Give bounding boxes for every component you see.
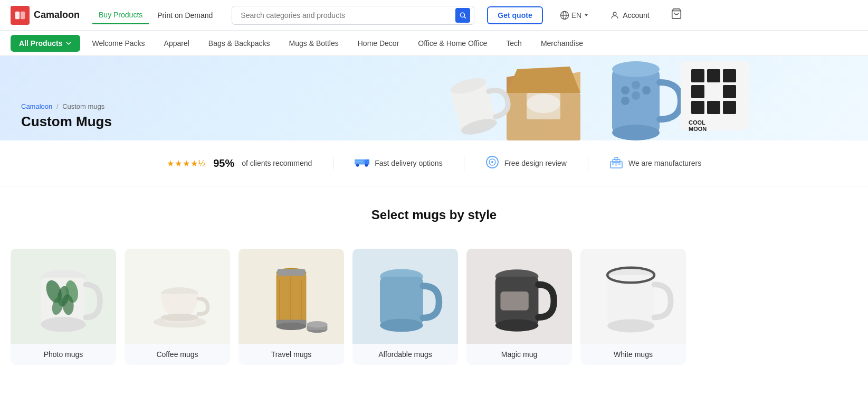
all-products-label: All Products bbox=[19, 39, 62, 48]
svg-point-45 bbox=[491, 161, 493, 163]
svg-point-41 bbox=[365, 164, 368, 167]
subnav-home-decor[interactable]: Home Decor bbox=[350, 35, 407, 52]
subnav-apparel[interactable]: Apparel bbox=[157, 35, 197, 52]
svg-point-19 bbox=[612, 61, 660, 77]
svg-point-54 bbox=[41, 317, 85, 332]
rating-percent: 95% bbox=[213, 157, 234, 170]
svg-line-3 bbox=[464, 16, 466, 18]
product-card-photo-mugs[interactable]: Photo mugs bbox=[11, 249, 116, 365]
search-button[interactable] bbox=[455, 8, 470, 23]
product-card-affordable-mugs[interactable]: Affordable mugs bbox=[352, 249, 458, 365]
svg-rect-0 bbox=[15, 11, 20, 19]
account-label: Account bbox=[623, 11, 650, 20]
svg-point-2 bbox=[461, 13, 465, 17]
svg-rect-78 bbox=[380, 277, 423, 325]
subnav-office[interactable]: Office & Home Office bbox=[411, 35, 494, 52]
language-selector[interactable]: EN bbox=[556, 7, 593, 23]
stars: ★★★★½ bbox=[167, 158, 206, 168]
nav-links: Buy Products Print on Demand bbox=[92, 6, 219, 24]
product-label-coffee-mugs: Coffee mugs bbox=[125, 344, 230, 365]
svg-point-21 bbox=[621, 86, 629, 95]
subnav: All Products Welcome Packs Apparel Bags … bbox=[0, 31, 868, 56]
cart-button[interactable] bbox=[666, 5, 686, 25]
trust-manufacturer: We are manufacturers bbox=[588, 155, 722, 171]
svg-rect-38 bbox=[355, 159, 364, 165]
svg-point-82 bbox=[495, 319, 539, 332]
rating-text: of clients recommend bbox=[242, 159, 312, 167]
product-card-travel-mugs[interactable]: Travel mugs bbox=[239, 249, 344, 365]
svg-rect-83 bbox=[500, 291, 528, 311]
svg-text:MOON: MOON bbox=[689, 126, 707, 132]
svg-text:COOL: COOL bbox=[689, 119, 705, 126]
svg-rect-32 bbox=[723, 85, 736, 98]
design-icon bbox=[485, 155, 499, 171]
product-img-coffee-mugs bbox=[125, 249, 230, 344]
svg-rect-34 bbox=[707, 101, 720, 114]
subnav-mugs[interactable]: Mugs & Bottles bbox=[282, 35, 346, 52]
navbar: Camaloon Buy Products Print on Demand Ge… bbox=[0, 0, 868, 31]
chevron-down-icon bbox=[584, 13, 589, 18]
svg-point-24 bbox=[632, 91, 640, 100]
svg-rect-18 bbox=[612, 69, 660, 133]
svg-rect-50 bbox=[618, 163, 621, 165]
breadcrumb-current: Custom mugs bbox=[62, 102, 104, 110]
product-img-white-mugs bbox=[580, 249, 686, 344]
print-on-demand-link[interactable]: Print on Demand bbox=[151, 7, 219, 24]
svg-point-86 bbox=[607, 319, 654, 333]
product-card-magic-mug[interactable]: Magic mug bbox=[466, 249, 572, 365]
subnav-bags[interactable]: Bags & Backpacks bbox=[201, 35, 278, 52]
search-bar bbox=[232, 6, 474, 25]
svg-rect-28 bbox=[707, 69, 720, 82]
product-label-affordable-mugs: Affordable mugs bbox=[352, 344, 458, 365]
language-label: EN bbox=[571, 11, 581, 20]
product-img-travel-mugs bbox=[239, 249, 344, 344]
svg-point-72 bbox=[276, 323, 307, 330]
trust-bar: ★★★★½ 95% of clients recommend Fast deli… bbox=[0, 140, 868, 186]
svg-rect-51 bbox=[615, 163, 617, 166]
product-label-photo-mugs: Photo mugs bbox=[11, 344, 116, 365]
chevron-down-small-icon bbox=[65, 40, 72, 46]
account-area[interactable]: Account bbox=[606, 7, 654, 23]
svg-point-20 bbox=[612, 125, 660, 140]
product-img-photo-mugs bbox=[11, 249, 116, 344]
buy-products-link[interactable]: Buy Products bbox=[92, 6, 149, 24]
account-icon bbox=[610, 11, 619, 20]
product-label-travel-mugs: Travel mugs bbox=[239, 344, 344, 365]
manufacturer-text: We are manufacturers bbox=[628, 159, 701, 167]
product-card-white-mugs[interactable]: White mugs bbox=[580, 249, 686, 365]
svg-rect-35 bbox=[723, 101, 736, 114]
delivery-icon bbox=[355, 156, 369, 171]
svg-point-63 bbox=[161, 314, 198, 321]
breadcrumb-home[interactable]: Camaloon bbox=[21, 102, 52, 110]
trust-delivery: Fast delivery options bbox=[333, 156, 464, 171]
subnav-welcome-packs[interactable]: Welcome Packs bbox=[84, 35, 152, 52]
product-label-white-mugs: White mugs bbox=[580, 344, 686, 365]
all-products-button[interactable]: All Products bbox=[11, 35, 80, 52]
design-text: Free design review bbox=[504, 159, 567, 167]
subnav-merchandise[interactable]: Merchandise bbox=[533, 35, 590, 52]
svg-point-22 bbox=[621, 97, 629, 105]
svg-point-79 bbox=[380, 319, 423, 332]
logo-text: Camaloon bbox=[34, 10, 80, 21]
delivery-text: Fast delivery options bbox=[375, 159, 442, 167]
cart-icon bbox=[671, 8, 682, 20]
page-title: Custom Mugs bbox=[21, 114, 112, 130]
hero-text: Camaloon / Custom mugs Custom Mugs bbox=[21, 102, 112, 130]
svg-point-40 bbox=[356, 164, 359, 167]
svg-point-25 bbox=[642, 86, 651, 95]
svg-rect-1 bbox=[21, 11, 25, 19]
trust-rating: ★★★★½ 95% of clients recommend bbox=[146, 157, 333, 170]
logo[interactable]: Camaloon bbox=[11, 6, 80, 25]
hero-image: COOL MOON bbox=[304, 56, 868, 140]
svg-rect-30 bbox=[691, 85, 704, 98]
svg-rect-33 bbox=[691, 101, 704, 114]
product-card-coffee-mugs[interactable]: Coffee mugs bbox=[125, 249, 230, 365]
svg-rect-14 bbox=[527, 93, 560, 119]
subnav-tech[interactable]: Tech bbox=[499, 35, 529, 52]
logo-icon bbox=[11, 6, 30, 25]
svg-rect-27 bbox=[691, 69, 704, 82]
breadcrumb-separator: / bbox=[56, 102, 59, 110]
breadcrumb: Camaloon / Custom mugs bbox=[21, 102, 112, 110]
search-input[interactable] bbox=[232, 6, 474, 25]
get-quote-button[interactable]: Get quote bbox=[487, 6, 542, 24]
